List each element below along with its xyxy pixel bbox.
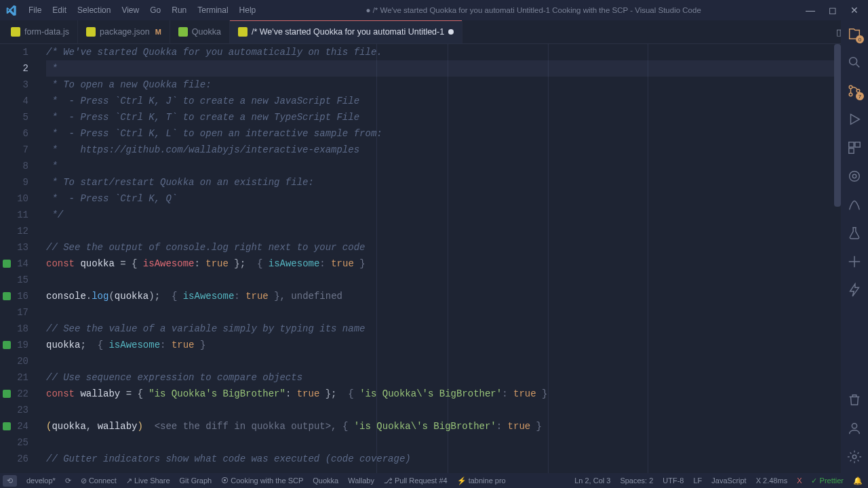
tab-untitled-active[interactable]: /* We've started Quokka for you automati…	[230, 20, 462, 43]
coverage-indicator-icon	[3, 341, 11, 349]
run-debug-icon[interactable]	[846, 111, 863, 127]
language-item[interactable]: JavaScript	[711, 476, 746, 485]
menu-selection[interactable]: Selection	[72, 5, 116, 15]
code-line[interactable]: // See the value of a variable simply by…	[46, 321, 834, 337]
tabnine-item[interactable]: ⚡ tabnine pro	[457, 476, 506, 485]
js-file-icon	[11, 27, 20, 37]
lightning-icon[interactable]	[846, 282, 863, 298]
remote-indicator[interactable]: ⟲	[3, 475, 17, 487]
branch-item[interactable]: develop*	[26, 476, 56, 485]
vertical-scrollbar[interactable]	[834, 44, 841, 207]
svg-point-7	[850, 171, 860, 182]
line-gutter: 1234567891011121314151617181920212223242…	[0, 44, 38, 473]
main-menu: File Edit Selection View Go Run Terminal…	[23, 5, 261, 15]
tab-package-json[interactable]: package.json M	[78, 20, 170, 43]
menu-terminal[interactable]: Terminal	[192, 5, 233, 15]
search-icon[interactable]	[846, 54, 863, 70]
menu-go[interactable]: Go	[144, 5, 166, 15]
prettier-item[interactable]: ✓ Prettier	[811, 476, 844, 485]
minimize-icon[interactable]: —	[806, 5, 815, 16]
gitgraph-item[interactable]: Git Graph	[180, 476, 212, 485]
code-line[interactable]	[46, 223, 834, 239]
code-line[interactable]: const quokka = { isAwesome: true }; { is…	[46, 256, 834, 272]
window-controls: — ◻ ✕	[806, 5, 863, 16]
status-bar: ⟲ develop* ⟳ ⊘ Connect ↗ Live Share Git …	[0, 473, 868, 488]
svg-rect-5	[855, 142, 860, 147]
code-line[interactable]: console.log(quokka); { isAwesome: true }…	[46, 288, 834, 304]
code-line[interactable]	[46, 434, 834, 451]
badge: 7	[856, 92, 864, 100]
encoding-item[interactable]: UTF-8	[663, 476, 684, 485]
trash-icon[interactable]	[846, 392, 863, 408]
sync-item[interactable]: ⟳	[65, 476, 71, 485]
indent-item[interactable]: Spaces: 2	[620, 476, 653, 485]
tab-label: /* We've started Quokka for you automati…	[252, 27, 444, 37]
code-line[interactable]: quokka; { isAwesome: true }	[46, 337, 834, 353]
code-line[interactable]: * - Press `Ctrl K, L` to open an interac…	[46, 125, 834, 142]
svg-point-8	[852, 174, 856, 178]
code-line[interactable]: * https://github.com/wallabyjs/interacti…	[46, 142, 834, 158]
quokka-file-icon	[178, 27, 188, 37]
target-icon[interactable]	[846, 168, 863, 184]
code-line[interactable]: (quokka, wallaby) <see the diff in quokk…	[46, 418, 834, 434]
code-line[interactable]: /* We've started Quokka for you automati…	[46, 44, 834, 60]
workspace-item[interactable]: ⦿ Cooking with the SCP	[221, 476, 303, 485]
vscode-logo-icon	[5, 4, 18, 16]
tab-form-data[interactable]: form-data.js	[3, 20, 78, 43]
svg-point-1	[849, 85, 852, 89]
code-line[interactable]: * To start/restart Quokka on an existing…	[46, 174, 834, 190]
code-line[interactable]: * To open a new Quokka file:	[46, 77, 834, 93]
eol-item[interactable]: LF	[693, 476, 702, 485]
code-content[interactable]: /* We've started Quokka for you automati…	[46, 44, 834, 467]
code-line[interactable]	[46, 304, 834, 321]
coverage-indicator-icon	[3, 390, 11, 398]
code-line[interactable]	[46, 353, 834, 369]
menu-help[interactable]: Help	[234, 5, 262, 15]
extensions-icon[interactable]	[846, 140, 863, 156]
metrics-item[interactable]: X 2.48ms	[756, 476, 787, 485]
svg-rect-4	[849, 142, 854, 147]
liveshare-item[interactable]: ↗ Live Share	[126, 476, 170, 485]
menu-run[interactable]: Run	[166, 5, 192, 15]
badge: 0	[856, 35, 864, 43]
menu-edit[interactable]: Edit	[47, 5, 72, 15]
beaker-icon[interactable]	[846, 225, 863, 241]
notifications-bell-icon[interactable]: 🔔	[853, 476, 863, 485]
code-line[interactable]	[46, 402, 834, 418]
sparkle-icon[interactable]	[846, 253, 863, 270]
close-icon[interactable]: ✕	[850, 5, 859, 16]
menu-view[interactable]: View	[116, 5, 144, 15]
quokka-status-item[interactable]: Quokka	[313, 476, 338, 485]
code-line[interactable]: *	[46, 60, 834, 77]
code-line[interactable]: * - Press `Ctrl K, T` to create a new Ty…	[46, 109, 834, 125]
editor-area[interactable]: 1234567891011121314151617181920212223242…	[0, 44, 841, 473]
json-file-icon	[86, 27, 96, 37]
explorer-icon[interactable]: 0	[846, 26, 863, 42]
tab-label: form-data.js	[24, 27, 69, 37]
coverage-indicator-icon	[3, 292, 11, 300]
source-control-icon[interactable]: 7	[846, 83, 863, 99]
code-line[interactable]: *	[46, 158, 834, 174]
quokka-icon[interactable]	[846, 197, 863, 213]
tab-quokka[interactable]: Quokka	[170, 20, 230, 43]
cursor-position[interactable]: Ln 2, Col 3	[574, 476, 610, 485]
code-line[interactable]: */	[46, 207, 834, 223]
code-line[interactable]: const wallaby = { "is Quokka's BigBrothe…	[46, 386, 834, 402]
code-line[interactable]: // See the output of console.log right n…	[46, 239, 834, 256]
maximize-icon[interactable]: ◻	[829, 5, 837, 16]
error-indicator[interactable]: X	[797, 476, 802, 485]
code-line[interactable]: * - Press `Ctrl K, Q`	[46, 190, 834, 207]
code-line[interactable]: // Gutter indicators show what code was …	[46, 451, 834, 467]
gear-icon[interactable]	[846, 449, 863, 465]
wallaby-status-item[interactable]: Wallaby	[348, 476, 374, 485]
svg-point-10	[852, 455, 856, 459]
code-line[interactable]: // Use sequence expression to compare ob…	[46, 369, 834, 386]
svg-point-9	[852, 424, 856, 428]
svg-point-2	[849, 93, 852, 96]
cloud-item[interactable]: ⊘ Connect	[81, 476, 117, 485]
account-icon[interactable]	[846, 420, 863, 436]
code-line[interactable]: * - Press `Ctrl K, J` to create a new Ja…	[46, 93, 834, 109]
pr-item[interactable]: ⎇ Pull Request #4	[384, 476, 448, 485]
code-line[interactable]	[46, 272, 834, 288]
menu-file[interactable]: File	[23, 5, 47, 15]
